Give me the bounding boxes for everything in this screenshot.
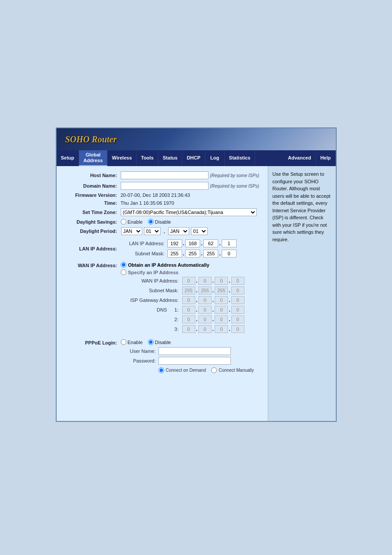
nav-statistics[interactable]: Statistics bbox=[225, 150, 255, 166]
daylight-enable-radio[interactable] bbox=[121, 219, 126, 225]
wan-gw-o4[interactable] bbox=[231, 296, 245, 304]
pppoe-username-row: User Name: bbox=[121, 347, 254, 355]
dns3-o3[interactable] bbox=[215, 325, 228, 333]
daylight-enable-label[interactable]: Enable bbox=[121, 219, 143, 225]
dns2-prefix-label: 2: bbox=[129, 317, 182, 322]
nav-help[interactable]: Help bbox=[316, 150, 336, 166]
timezone-label: Set Time Zone: bbox=[64, 210, 121, 215]
wan-auto-radio[interactable] bbox=[121, 262, 126, 268]
dns3-row: 3: . . . bbox=[129, 325, 245, 333]
nav-advanced[interactable]: Advanced bbox=[284, 150, 316, 166]
timezone-row: Set Time Zone: (GMT-08:00)Pacific Time(U… bbox=[64, 208, 261, 216]
nav-global-address[interactable]: GlobalAddress bbox=[79, 150, 108, 166]
wan-ip-label: WAN IP Address: bbox=[129, 278, 182, 283]
timezone-select[interactable]: (GMT-08:00)Pacific Time(US&Canada);Tijua… bbox=[121, 208, 257, 216]
lan-subnet-row: Subnet Mask: . . . bbox=[121, 250, 237, 258]
pppoe-fields: Enable Disable User Name: Pas bbox=[121, 339, 254, 373]
daylight-disable-label[interactable]: Disable bbox=[148, 219, 171, 225]
wan-sub-o3[interactable] bbox=[215, 287, 228, 294]
dns2-o2[interactable] bbox=[198, 316, 212, 323]
pppoe-username-label: User Name: bbox=[121, 348, 156, 354]
lan-ip-group: . . . bbox=[167, 239, 237, 247]
wan-ip-o4[interactable] bbox=[231, 277, 245, 285]
dns-label: DNS 1: bbox=[129, 307, 182, 312]
wan-sub-o2[interactable] bbox=[198, 287, 212, 294]
dns2-o1[interactable] bbox=[182, 316, 195, 323]
pppoe-disable-label[interactable]: Disable bbox=[148, 339, 171, 345]
pppoe-disable-radio[interactable] bbox=[148, 339, 154, 345]
dns1-o3[interactable] bbox=[215, 306, 228, 314]
wan-ip-group: . . . bbox=[182, 277, 245, 285]
connect-manually-radio[interactable] bbox=[211, 367, 217, 373]
wan-sub-o4[interactable] bbox=[231, 287, 245, 294]
connect-demand-radio[interactable] bbox=[158, 367, 164, 373]
nav-dhcp[interactable]: DHCP bbox=[182, 150, 205, 166]
pppoe-password-input[interactable] bbox=[158, 357, 231, 365]
host-name-input[interactable] bbox=[121, 171, 209, 179]
dns3-group: . . . bbox=[182, 325, 245, 333]
lan-subnet-octet1[interactable] bbox=[167, 250, 182, 258]
wan-subnet-group: . . . bbox=[182, 287, 245, 294]
wan-ip-section-row: WAN IP Address: Obtain an IP Address Aut… bbox=[64, 262, 261, 335]
router-logo: SOHO Router bbox=[65, 134, 117, 145]
lan-ip-octet4[interactable] bbox=[222, 239, 237, 247]
firmware-version-value: 20-07-00, Dec 18 2003 21:36:43 bbox=[121, 192, 190, 198]
domain-name-input[interactable] bbox=[121, 182, 209, 190]
wan-ip-row: WAN IP Address: . . . bbox=[129, 277, 245, 285]
wan-ip-o3[interactable] bbox=[215, 277, 228, 285]
firmware-version-row: Firmware Version: 20-07-00, Dec 18 2003 … bbox=[64, 192, 261, 198]
dns1-row: DNS 1: . . . bbox=[129, 306, 245, 314]
pppoe-username-input[interactable] bbox=[158, 347, 231, 355]
dns1-o1[interactable] bbox=[182, 306, 195, 314]
nav-tools[interactable]: Tools bbox=[137, 150, 158, 166]
wan-gw-o3[interactable] bbox=[215, 296, 228, 304]
wan-manual-radio[interactable] bbox=[121, 269, 126, 275]
lan-subnet-octet3[interactable] bbox=[203, 250, 218, 258]
daylight-savings-group: Enable Disable bbox=[121, 219, 171, 225]
dns3-o4[interactable] bbox=[231, 325, 245, 333]
wan-ip-o1[interactable] bbox=[182, 277, 195, 285]
pppoe-enable-radio[interactable] bbox=[121, 339, 126, 345]
daylight-disable-radio[interactable] bbox=[148, 219, 154, 225]
wan-ip-fields: Obtain an IP Address Automatically Speci… bbox=[121, 262, 245, 335]
dns3-o2[interactable] bbox=[198, 325, 212, 333]
start-day-select[interactable]: 0102030405 bbox=[144, 227, 161, 235]
end-day-select[interactable]: 0102030405 bbox=[191, 227, 208, 235]
wan-gw-o2[interactable] bbox=[198, 296, 212, 304]
connect-manually-label[interactable]: Connect Manually bbox=[211, 367, 254, 373]
end-month-select[interactable]: JANFEBMARAPR MAYJUNJULAUG SEPOCTNOVDEC bbox=[168, 227, 189, 235]
start-month-select[interactable]: JANFEBMARAPR MAYJUNJULAUG SEPOCTNOVDEC bbox=[121, 227, 142, 235]
lan-ip-row: LAN IP Address: . . . bbox=[121, 239, 237, 247]
wan-subnet-label: Subnet Mask: bbox=[129, 288, 182, 293]
wan-sub-o1[interactable] bbox=[182, 287, 195, 294]
wan-ip-o2[interactable] bbox=[198, 277, 212, 285]
wan-subnet-row: Subnet Mask: . . . bbox=[129, 287, 245, 294]
dns1-o2[interactable] bbox=[198, 306, 212, 314]
pppoe-enable-label[interactable]: Enable bbox=[121, 339, 143, 345]
host-name-hint: (Required by some ISPs) bbox=[210, 173, 259, 178]
lan-ip-octet3[interactable] bbox=[203, 239, 218, 247]
domain-name-row: Domain Name: (Required by some ISPs) bbox=[64, 182, 261, 190]
lan-subnet-octet4[interactable] bbox=[222, 250, 237, 258]
wan-manual-option: Specify an IP Address bbox=[121, 269, 245, 275]
nav-wireless[interactable]: Wireless bbox=[108, 150, 137, 166]
dns2-o4[interactable] bbox=[231, 316, 245, 323]
nav-setup[interactable]: Setup bbox=[57, 150, 79, 166]
dns3-o1[interactable] bbox=[182, 325, 195, 333]
help-text: Use the Setup screen to configure your S… bbox=[273, 171, 331, 242]
dns2-o3[interactable] bbox=[215, 316, 228, 323]
lan-ip-section-row: LAN IP Address: LAN IP Address: . . . bbox=[64, 239, 261, 258]
wan-gw-o1[interactable] bbox=[182, 296, 195, 304]
wan-manual-label: Specify an IP Address bbox=[128, 270, 179, 275]
firmware-version-label: Firmware Version: bbox=[64, 192, 121, 198]
lan-ip-octet2[interactable] bbox=[185, 239, 200, 247]
dns1-o4[interactable] bbox=[231, 306, 245, 314]
lan-ip-section-label: LAN IP Address: bbox=[64, 246, 121, 251]
nav-log[interactable]: Log bbox=[205, 150, 225, 166]
nav-bar: Setup GlobalAddress Wireless Tools Statu… bbox=[57, 150, 336, 166]
connect-demand-label[interactable]: Connect on Demand bbox=[158, 367, 206, 373]
lan-subnet-octet2[interactable] bbox=[185, 250, 200, 258]
lan-ip-octet1[interactable] bbox=[167, 239, 182, 247]
daylight-savings-label: Daylight Savings: bbox=[64, 219, 121, 225]
nav-status[interactable]: Status bbox=[158, 150, 183, 166]
